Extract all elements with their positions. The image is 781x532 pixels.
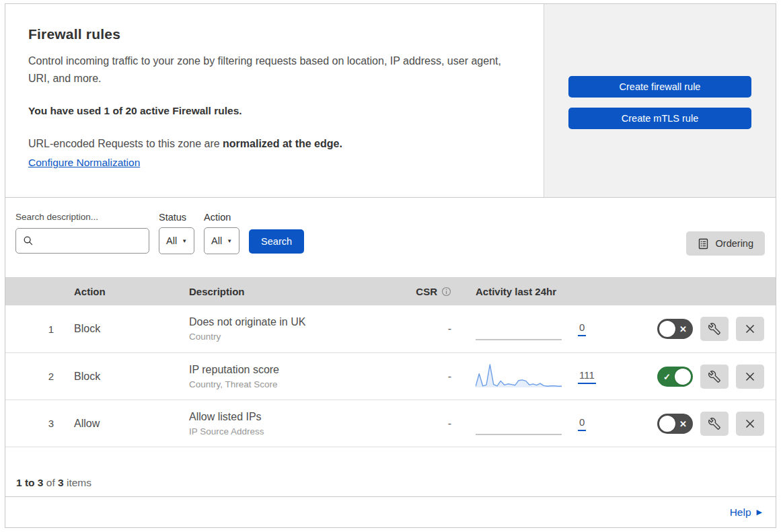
chevron-down-icon: ▼ xyxy=(182,238,187,244)
activity-count-link[interactable]: 0 xyxy=(578,416,586,431)
rule-fields: Country, Threat Score xyxy=(189,379,410,389)
rule-action: Block xyxy=(71,371,189,383)
create-mtls-rule-button[interactable]: Create mTLS rule xyxy=(568,108,751,129)
action-label: Action xyxy=(204,212,239,223)
ordered-list-icon xyxy=(698,238,709,250)
rule-description: Allow listed IPs xyxy=(189,411,410,423)
rule-priority: 3 xyxy=(5,418,71,429)
rule-description-cell: Allow listed IPs IP Source Address xyxy=(189,411,410,436)
edit-rule-button[interactable] xyxy=(700,365,729,389)
help-link[interactable]: Help ▶ xyxy=(730,506,762,519)
rule-enabled-toggle[interactable]: ✕ xyxy=(657,414,693,434)
edit-rule-button[interactable] xyxy=(700,412,729,436)
page-title: Firewall rules xyxy=(28,26,517,42)
usage-summary: You have used 1 of 20 active Firewall ru… xyxy=(28,105,517,117)
rule-controls-cell: ✓ xyxy=(616,365,776,389)
pagination-summary: 1 to 3 of 3 items xyxy=(5,447,776,496)
edit-rule-button[interactable] xyxy=(700,317,729,341)
rule-controls-cell: ✕ xyxy=(616,412,776,436)
configure-normalization-link[interactable]: Configure Normalization xyxy=(28,157,140,168)
activity-count-link[interactable]: 0 xyxy=(578,321,586,336)
action-dropdown-value: All xyxy=(211,235,222,246)
table-row: 2 Block IP reputation score Country, Thr… xyxy=(5,352,776,400)
action-dropdown[interactable]: All ▼ xyxy=(204,227,239,254)
description-column-header: Description xyxy=(189,286,410,297)
rule-description: IP reputation score xyxy=(189,364,410,376)
table-row: 1 Block Does not originate in UK Country… xyxy=(5,305,776,352)
action-column-header: Action xyxy=(71,286,189,297)
activity-sparkline xyxy=(476,409,562,439)
search-input[interactable] xyxy=(38,229,149,253)
rule-priority: 2 xyxy=(5,371,71,382)
status-dropdown-value: All xyxy=(166,235,177,246)
rules-list-card: Search description... Status All ▼ Acti xyxy=(5,197,776,528)
ordering-button-label: Ordering xyxy=(716,238,753,249)
header-text-block: Firewall rules Control incoming traffic … xyxy=(5,4,544,197)
rule-csr-value: - xyxy=(410,371,451,383)
info-icon[interactable] xyxy=(441,287,451,297)
rule-fields: IP Source Address xyxy=(189,426,410,436)
rule-description-cell: IP reputation score Country, Threat Scor… xyxy=(189,364,410,389)
page-description: Control incoming traffic to your zone by… xyxy=(28,52,517,88)
rule-action: Block xyxy=(71,323,189,335)
csr-column-header: CSR xyxy=(410,286,451,297)
search-icon xyxy=(23,235,34,246)
close-icon xyxy=(745,418,755,429)
activity-count-link[interactable]: 111 xyxy=(578,369,596,384)
search-box[interactable] xyxy=(15,228,149,254)
activity-sparkline xyxy=(476,314,562,344)
rule-controls-cell: ✕ xyxy=(616,317,776,341)
activity-column-header: Activity last 24hr xyxy=(451,286,616,297)
rules-table-body: 1 Block Does not originate in UK Country… xyxy=(5,305,776,447)
rule-activity-cell: 0 xyxy=(451,409,616,439)
arrow-right-icon: ▶ xyxy=(757,508,762,517)
close-icon xyxy=(745,371,755,382)
search-field-group: Search description... xyxy=(15,212,149,254)
create-firewall-rule-button[interactable]: Create firewall rule xyxy=(568,76,751,98)
table-row: 3 Allow Allow listed IPs IP Source Addre… xyxy=(5,400,776,447)
rule-enabled-toggle[interactable]: ✓ xyxy=(657,367,693,387)
rule-csr-value: - xyxy=(410,418,451,430)
action-filter-group: Action All ▼ xyxy=(204,212,239,254)
table-header-row: Action Description CSR Activity last 24h… xyxy=(5,277,776,305)
wrench-icon xyxy=(708,323,720,335)
rule-activity-cell: 111 xyxy=(451,362,616,391)
close-icon xyxy=(745,324,755,334)
search-label: Search description... xyxy=(15,212,149,222)
delete-rule-button[interactable] xyxy=(736,365,764,389)
rule-fields: Country xyxy=(189,332,410,342)
toggle-state-icon: ✕ xyxy=(679,419,687,428)
delete-rule-button[interactable] xyxy=(736,412,764,436)
rule-priority: 1 xyxy=(5,324,71,335)
rule-activity-cell: 0 xyxy=(451,314,616,344)
help-bar: Help ▶ xyxy=(5,496,776,527)
normalization-note: URL-encoded Requests to this zone are no… xyxy=(28,138,517,150)
rule-action: Allow xyxy=(71,418,189,430)
status-dropdown[interactable]: All ▼ xyxy=(159,227,194,254)
wrench-icon xyxy=(708,418,720,430)
search-button[interactable]: Search xyxy=(249,229,304,254)
toggle-knob xyxy=(675,369,691,385)
toggle-state-icon: ✓ xyxy=(663,372,671,381)
chevron-down-icon: ▼ xyxy=(227,238,232,244)
toggle-state-icon: ✕ xyxy=(679,325,687,334)
delete-rule-button[interactable] xyxy=(736,317,764,341)
header-card: Firewall rules Control incoming traffic … xyxy=(5,3,776,198)
firewall-rules-page: Firewall rules Control incoming traffic … xyxy=(0,0,781,531)
wrench-icon xyxy=(708,371,720,383)
activity-sparkline xyxy=(476,362,562,391)
status-label: Status xyxy=(159,212,194,223)
status-filter-group: Status All ▼ xyxy=(159,212,194,254)
actions-panel: Create firewall rule Create mTLS rule xyxy=(544,4,776,197)
ordering-button[interactable]: Ordering xyxy=(686,231,765,256)
help-link-label: Help xyxy=(730,506,751,519)
rule-enabled-toggle[interactable]: ✕ xyxy=(657,319,693,339)
rule-csr-value: - xyxy=(410,323,451,335)
rule-description-cell: Does not originate in UK Country xyxy=(189,316,410,342)
rule-description: Does not originate in UK xyxy=(189,316,410,328)
toggle-knob xyxy=(659,416,675,432)
toggle-knob xyxy=(659,321,675,337)
filter-toolbar: Search description... Status All ▼ Acti xyxy=(5,198,776,277)
